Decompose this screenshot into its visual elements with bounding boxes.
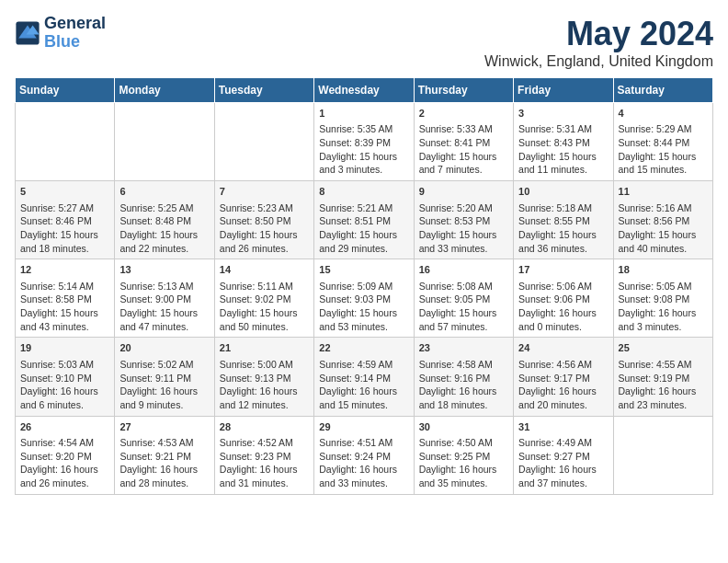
weekday-header-row: SundayMondayTuesdayWednesdayThursdayFrid… [16, 78, 713, 103]
day-info: Sunrise: 5:25 AM Sunset: 8:48 PM Dayligh… [119, 201, 209, 256]
logo: General Blue [15, 15, 106, 52]
day-info: Sunrise: 5:35 AM Sunset: 8:39 PM Dayligh… [319, 122, 408, 177]
weekday-header-wednesday: Wednesday [314, 78, 414, 103]
calendar-cell: 26Sunrise: 4:54 AM Sunset: 9:20 PM Dayli… [16, 416, 115, 494]
weekday-header-saturday: Saturday [613, 78, 712, 103]
day-info: Sunrise: 5:18 AM Sunset: 8:55 PM Dayligh… [518, 201, 608, 256]
day-number: 17 [518, 263, 608, 277]
calendar-cell: 24Sunrise: 4:56 AM Sunset: 9:17 PM Dayli… [514, 338, 613, 416]
day-info: Sunrise: 5:29 AM Sunset: 8:44 PM Dayligh… [619, 122, 708, 177]
weekday-header-friday: Friday [514, 78, 613, 103]
day-info: Sunrise: 4:53 AM Sunset: 9:21 PM Dayligh… [119, 436, 209, 490]
day-number: 7 [220, 185, 309, 199]
day-number: 16 [419, 263, 508, 277]
day-info: Sunrise: 5:14 AM Sunset: 8:58 PM Dayligh… [20, 280, 109, 334]
day-number: 12 [20, 263, 109, 277]
day-info: Sunrise: 4:55 AM Sunset: 9:19 PM Dayligh… [619, 358, 708, 412]
weekday-header-sunday: Sunday [16, 78, 115, 103]
day-info: Sunrise: 4:59 AM Sunset: 9:14 PM Dayligh… [319, 358, 408, 412]
day-number: 29 [319, 420, 408, 434]
day-info: Sunrise: 5:23 AM Sunset: 8:50 PM Dayligh… [220, 201, 309, 256]
day-info: Sunrise: 5:13 AM Sunset: 9:00 PM Dayligh… [119, 280, 209, 334]
calendar-cell: 13Sunrise: 5:13 AM Sunset: 9:00 PM Dayli… [115, 259, 214, 338]
week-row-2: 5Sunrise: 5:27 AM Sunset: 8:46 PM Daylig… [16, 181, 713, 259]
day-number: 11 [619, 185, 708, 199]
day-number: 14 [220, 263, 309, 277]
day-number: 25 [619, 341, 708, 355]
day-info: Sunrise: 5:06 AM Sunset: 9:06 PM Dayligh… [518, 280, 608, 334]
calendar-cell: 21Sunrise: 5:00 AM Sunset: 9:13 PM Dayli… [214, 338, 313, 416]
day-info: Sunrise: 4:56 AM Sunset: 9:17 PM Dayligh… [518, 358, 608, 412]
day-info: Sunrise: 5:03 AM Sunset: 9:10 PM Dayligh… [20, 358, 109, 412]
calendar-cell: 8Sunrise: 5:21 AM Sunset: 8:51 PM Daylig… [314, 181, 414, 259]
calendar-cell: 4Sunrise: 5:29 AM Sunset: 8:44 PM Daylig… [613, 103, 712, 181]
page-header: General Blue May 2024 Winwick, England, … [15, 15, 713, 70]
calendar-cell: 17Sunrise: 5:06 AM Sunset: 9:06 PM Dayli… [514, 259, 613, 338]
calendar-cell: 16Sunrise: 5:08 AM Sunset: 9:05 PM Dayli… [414, 259, 513, 338]
day-number: 30 [419, 420, 508, 434]
day-info: Sunrise: 4:50 AM Sunset: 9:25 PM Dayligh… [419, 436, 508, 490]
week-row-1: 1Sunrise: 5:35 AM Sunset: 8:39 PM Daylig… [16, 103, 713, 181]
day-number: 28 [220, 420, 309, 434]
day-info: Sunrise: 4:51 AM Sunset: 9:24 PM Dayligh… [319, 436, 408, 490]
day-number: 15 [319, 263, 408, 277]
day-number: 26 [20, 420, 109, 434]
calendar-cell: 11Sunrise: 5:16 AM Sunset: 8:56 PM Dayli… [613, 181, 712, 259]
day-info: Sunrise: 4:54 AM Sunset: 9:20 PM Dayligh… [20, 436, 109, 490]
day-number: 6 [119, 185, 209, 199]
calendar-cell [214, 103, 313, 181]
calendar-cell: 30Sunrise: 4:50 AM Sunset: 9:25 PM Dayli… [414, 416, 513, 494]
weekday-header-thursday: Thursday [414, 78, 513, 103]
calendar-table: SundayMondayTuesdayWednesdayThursdayFrid… [15, 77, 713, 495]
day-number: 24 [518, 341, 608, 355]
calendar-cell: 5Sunrise: 5:27 AM Sunset: 8:46 PM Daylig… [16, 181, 115, 259]
calendar-cell: 6Sunrise: 5:25 AM Sunset: 8:48 PM Daylig… [115, 181, 214, 259]
day-number: 4 [619, 107, 708, 121]
calendar-cell: 22Sunrise: 4:59 AM Sunset: 9:14 PM Dayli… [314, 338, 414, 416]
day-number: 23 [419, 341, 508, 355]
day-number: 31 [518, 420, 608, 434]
day-info: Sunrise: 5:33 AM Sunset: 8:41 PM Dayligh… [419, 122, 508, 177]
calendar-cell: 15Sunrise: 5:09 AM Sunset: 9:03 PM Dayli… [314, 259, 414, 338]
day-info: Sunrise: 5:21 AM Sunset: 8:51 PM Dayligh… [319, 201, 408, 256]
day-info: Sunrise: 5:20 AM Sunset: 8:53 PM Dayligh… [419, 201, 508, 256]
calendar-cell [115, 103, 214, 181]
day-info: Sunrise: 5:08 AM Sunset: 9:05 PM Dayligh… [419, 280, 508, 334]
week-row-5: 26Sunrise: 4:54 AM Sunset: 9:20 PM Dayli… [16, 416, 713, 494]
day-number: 5 [20, 185, 109, 199]
calendar-cell: 14Sunrise: 5:11 AM Sunset: 9:02 PM Dayli… [214, 259, 313, 338]
day-number: 19 [20, 341, 109, 355]
calendar-cell: 19Sunrise: 5:03 AM Sunset: 9:10 PM Dayli… [16, 338, 115, 416]
calendar-cell: 27Sunrise: 4:53 AM Sunset: 9:21 PM Dayli… [115, 416, 214, 494]
calendar-cell: 2Sunrise: 5:33 AM Sunset: 8:41 PM Daylig… [414, 103, 513, 181]
calendar-cell: 23Sunrise: 4:58 AM Sunset: 9:16 PM Dayli… [414, 338, 513, 416]
calendar-cell: 25Sunrise: 4:55 AM Sunset: 9:19 PM Dayli… [613, 338, 712, 416]
day-number: 3 [518, 107, 608, 121]
calendar-cell [16, 103, 115, 181]
day-info: Sunrise: 5:02 AM Sunset: 9:11 PM Dayligh… [119, 358, 209, 412]
calendar-cell: 12Sunrise: 5:14 AM Sunset: 8:58 PM Dayli… [16, 259, 115, 338]
day-info: Sunrise: 5:09 AM Sunset: 9:03 PM Dayligh… [319, 280, 408, 334]
weekday-header-monday: Monday [115, 78, 214, 103]
calendar-cell: 29Sunrise: 4:51 AM Sunset: 9:24 PM Dayli… [314, 416, 414, 494]
day-info: Sunrise: 4:49 AM Sunset: 9:27 PM Dayligh… [518, 436, 608, 490]
logo-icon [15, 20, 40, 46]
day-info: Sunrise: 5:00 AM Sunset: 9:13 PM Dayligh… [220, 358, 309, 412]
month-title: May 2024 [484, 15, 713, 53]
logo-text: General Blue [44, 15, 106, 52]
calendar-cell: 20Sunrise: 5:02 AM Sunset: 9:11 PM Dayli… [115, 338, 214, 416]
calendar-cell [613, 416, 712, 494]
day-info: Sunrise: 4:52 AM Sunset: 9:23 PM Dayligh… [220, 436, 309, 490]
day-number: 21 [220, 341, 309, 355]
calendar-cell: 31Sunrise: 4:49 AM Sunset: 9:27 PM Dayli… [514, 416, 613, 494]
day-number: 18 [619, 263, 708, 277]
day-number: 2 [419, 107, 508, 121]
day-number: 1 [319, 107, 408, 121]
day-number: 20 [119, 341, 209, 355]
calendar-cell: 9Sunrise: 5:20 AM Sunset: 8:53 PM Daylig… [414, 181, 513, 259]
calendar-cell: 18Sunrise: 5:05 AM Sunset: 9:08 PM Dayli… [613, 259, 712, 338]
day-number: 8 [319, 185, 408, 199]
day-info: Sunrise: 5:27 AM Sunset: 8:46 PM Dayligh… [20, 201, 109, 256]
day-number: 27 [119, 420, 209, 434]
day-number: 10 [518, 185, 608, 199]
